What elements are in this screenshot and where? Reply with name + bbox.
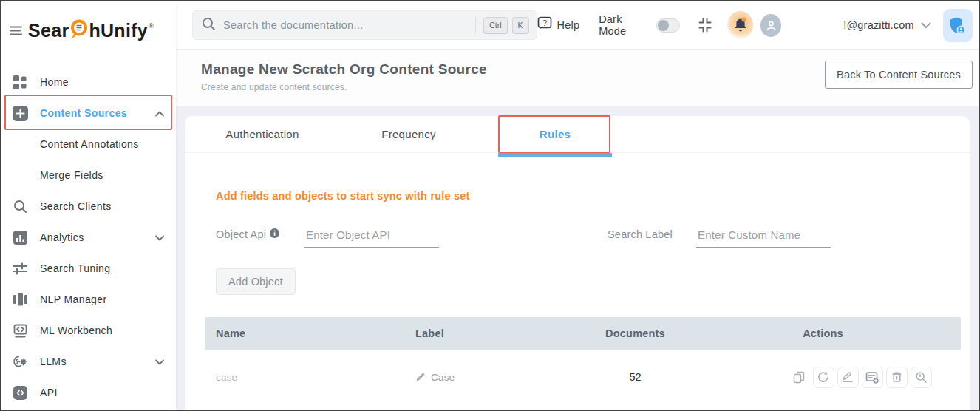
chevron-up-icon [155, 106, 164, 120]
logo-magnifier-icon [69, 19, 88, 41]
tab-authentication[interactable]: Authentication [189, 116, 336, 152]
sidebar-item-label: Search Tuning [40, 262, 110, 274]
bell-icon [732, 16, 749, 34]
content-card: Authentication Frequency Rules Add field… [185, 116, 970, 410]
sidebar-item-merge-fields[interactable]: Merge Fields [1, 160, 176, 191]
keycap-ctrl: Ctrl [483, 17, 507, 33]
document-add-button[interactable] [862, 367, 883, 388]
notifications-bell[interactable] [727, 11, 753, 39]
sidebar-nav: Home Content Sources Content Annotations… [1, 67, 176, 408]
trash-icon [891, 371, 902, 383]
cell-name: case [205, 372, 404, 383]
sidebar: Sear hUnify ® Home [1, 1, 176, 410]
code-box-icon [12, 324, 28, 338]
bar-chart-icon [12, 231, 28, 245]
table-header-row: Name Label Documents Actions [205, 317, 961, 350]
sidebar-item-search-tuning[interactable]: Search Tuning [1, 253, 176, 284]
info-icon[interactable] [270, 228, 279, 238]
sidebar-item-label: Home [40, 76, 69, 88]
help-label: Help [557, 19, 580, 31]
sidebar-item-label: NLP Manager [40, 293, 107, 305]
sidebar-item-label: Content Annotations [40, 138, 139, 150]
back-to-content-sources-button[interactable]: Back To Content Sources [825, 61, 973, 89]
privacy-shield-extension[interactable] [943, 9, 973, 42]
sliders-icon [12, 262, 28, 275]
table-header-actions: Actions [685, 327, 961, 339]
keycap-k: K [512, 17, 529, 33]
edit-pencil-icon [842, 371, 854, 383]
magnifier-icon [12, 200, 28, 214]
object-api-label: Object Api [216, 228, 279, 240]
delete-button[interactable] [886, 367, 908, 388]
cell-label: Case [404, 372, 585, 383]
object-api-label-text: Object Api [216, 228, 266, 240]
plus-square-icon [12, 106, 28, 121]
objects-table: Name Label Documents Actions case Case 5… [205, 317, 961, 404]
toggle-knob [658, 20, 669, 31]
chevron-down-icon [155, 355, 164, 368]
dark-mode-label: Dark Mode [599, 13, 647, 37]
row-actions [789, 367, 932, 388]
copy-icon [793, 371, 805, 384]
sidebar-item-label: LLMs [40, 356, 67, 367]
sidebar-item-search-clients[interactable]: Search Clients [1, 191, 176, 222]
brand-logo-post: hUnify [89, 20, 148, 41]
account-dropdown[interactable]: !@grazitti.com [843, 19, 931, 31]
sidebar-item-label: Analytics [40, 231, 84, 243]
tab-rules[interactable]: Rules [482, 116, 628, 152]
dark-mode-control: Dark Mode [599, 13, 680, 37]
search-input[interactable] [223, 19, 472, 31]
edit-button[interactable] [837, 367, 859, 388]
sidebar-item-label: Merge Fields [40, 169, 103, 181]
search-zoom-icon [915, 371, 927, 383]
shield-icon [947, 16, 967, 35]
add-object-button[interactable]: Add Object [216, 268, 296, 295]
table-header-label: Label [404, 327, 585, 339]
sidebar-item-llms[interactable]: LLMs [1, 346, 176, 377]
sidebar-item-label: Content Sources [40, 107, 127, 119]
sidebar-item-api[interactable]: API [1, 377, 176, 408]
help-button[interactable]: ? Help [537, 16, 580, 34]
edit-pencil-icon[interactable] [415, 372, 426, 382]
chevron-down-icon [155, 231, 164, 244]
tab-frequency[interactable]: Frequency [336, 116, 482, 152]
sidebar-header: Sear hUnify ® [1, 1, 176, 41]
compress-screen-icon[interactable] [698, 18, 712, 33]
sidebar-item-content-annotations[interactable]: Content Annotations [1, 129, 176, 160]
object-api-input[interactable] [304, 224, 439, 248]
chevron-down-icon [921, 22, 931, 29]
sidebar-item-analytics[interactable]: Analytics [1, 222, 176, 253]
rules-notice: Add fields and objects to start sync wit… [216, 190, 970, 203]
table-header-name: Name [205, 327, 404, 339]
sidebar-item-content-sources[interactable]: Content Sources [1, 98, 176, 129]
table-header-documents: Documents [585, 327, 685, 339]
search-label-input[interactable] [696, 224, 831, 248]
document-add-icon [865, 371, 879, 384]
search-divider [475, 17, 476, 33]
refresh-button[interactable] [813, 367, 834, 388]
code-square-icon [12, 386, 28, 400]
active-tab-underline [498, 153, 612, 157]
user-avatar[interactable] [760, 14, 781, 37]
table-row: case Case 52 [205, 350, 961, 404]
refresh-icon [817, 371, 829, 383]
sidebar-item-ml-workbench[interactable]: ML Workbench [1, 315, 176, 346]
help-icon: ? [537, 16, 552, 34]
registered-mark: ® [149, 22, 154, 30]
sidebar-item-label: ML Workbench [40, 325, 112, 336]
search-label-label: Search Label [608, 228, 673, 240]
sidebar-item-label: Search Clients [40, 200, 112, 212]
app-window: Sear hUnify ® Home [0, 0, 980, 411]
dark-mode-toggle[interactable] [656, 18, 681, 33]
search-row-button[interactable] [911, 367, 932, 388]
page-header: Manage New Scratch Org Content Source Cr… [176, 50, 979, 106]
documentation-search[interactable]: Ctrl K [192, 10, 537, 40]
cell-documents: 52 [585, 371, 685, 383]
sidebar-item-nlp-manager[interactable]: NLP Manager [1, 284, 176, 315]
brand-logo-pre: Sear [28, 20, 69, 41]
hamburger-menu-icon[interactable] [9, 25, 24, 36]
object-form: Object Api Search Label [185, 223, 970, 264]
sidebar-item-home[interactable]: Home [1, 67, 176, 98]
cell-actions [685, 367, 961, 388]
copy-button[interactable] [789, 367, 810, 388]
